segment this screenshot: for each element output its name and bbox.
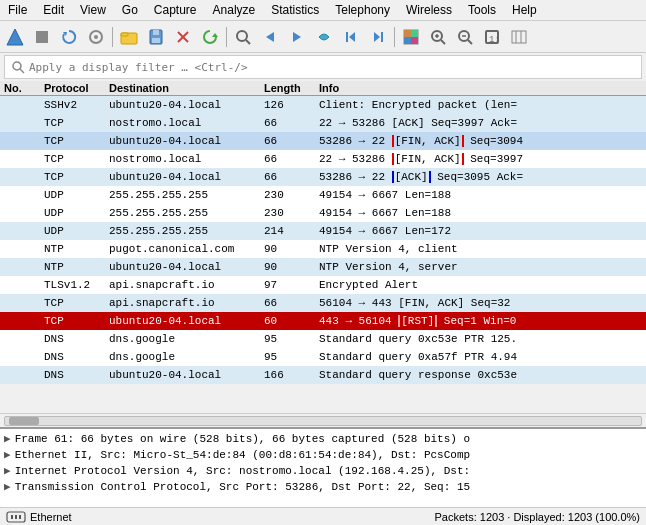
filter-icon — [11, 60, 25, 74]
table-row[interactable]: UDP 255.255.255.255 230 49154 → 6667 Len… — [0, 186, 646, 204]
table-row[interactable]: TCP api.snapcraft.io 66 56104 → 443 [FIN… — [0, 294, 646, 312]
stop-capture-button[interactable] — [29, 24, 55, 50]
zoom-out-button[interactable] — [452, 24, 478, 50]
detail-item[interactable]: ▶Internet Protocol Version 4, Src: nostr… — [4, 463, 642, 479]
menu-analyze[interactable]: Analyze — [209, 2, 260, 18]
cell-len: 90 — [260, 243, 315, 255]
menu-telephony[interactable]: Telephony — [331, 2, 394, 18]
menu-edit[interactable]: Edit — [39, 2, 68, 18]
table-row[interactable]: TCP ubuntu20-04.local 60 443 → 56104 [RS… — [0, 312, 646, 330]
detail-item[interactable]: ▶Ethernet II, Src: Micro-St_54:de:84 (00… — [4, 447, 642, 463]
col-header-info: Info — [315, 82, 646, 94]
cell-proto: TCP — [40, 117, 105, 129]
first-button[interactable] — [338, 24, 364, 50]
restart-capture-button[interactable] — [56, 24, 82, 50]
cell-proto: TCP — [40, 135, 105, 147]
col-header-no: No. — [0, 82, 40, 94]
filter-input[interactable] — [29, 61, 635, 74]
detail-item[interactable]: ▶Frame 61: 66 bytes on wire (528 bits), … — [4, 431, 642, 447]
svg-rect-25 — [411, 37, 418, 44]
ethernet-icon — [6, 510, 26, 524]
menu-wireless[interactable]: Wireless — [402, 2, 456, 18]
svg-rect-8 — [153, 30, 159, 35]
table-row[interactable]: TLSv1.2 api.snapcraft.io 97 Encrypted Al… — [0, 276, 646, 294]
cell-len: 66 — [260, 135, 315, 147]
resize-columns-button[interactable] — [506, 24, 532, 50]
colorize-button[interactable] — [398, 24, 424, 50]
zoom-in-button[interactable] — [425, 24, 451, 50]
cell-proto: UDP — [40, 207, 105, 219]
start-capture-button[interactable] — [2, 24, 28, 50]
menu-view[interactable]: View — [76, 2, 110, 18]
cell-info: Standard query response 0xc53e — [315, 369, 646, 381]
menu-tools[interactable]: Tools — [464, 2, 500, 18]
open-button[interactable] — [116, 24, 142, 50]
cell-dest: nostromo.local — [105, 117, 260, 129]
cell-dest: ubuntu20-04.local — [105, 171, 260, 183]
horizontal-scrollbar[interactable] — [0, 413, 646, 427]
separator3 — [394, 27, 395, 47]
table-row[interactable]: TCP nostromo.local 66 22 → 53286 [FIN, A… — [0, 150, 646, 168]
expand-icon: ▶ — [4, 447, 11, 463]
menu-go[interactable]: Go — [118, 2, 142, 18]
menu-capture[interactable]: Capture — [150, 2, 201, 18]
cell-len: 126 — [260, 99, 315, 111]
svg-rect-24 — [404, 37, 411, 44]
svg-point-4 — [94, 35, 98, 39]
table-row[interactable]: NTP pugot.canonical.com 90 NTP Version 4… — [0, 240, 646, 258]
expand-icon: ▶ — [4, 431, 11, 447]
table-row[interactable]: TCP nostromo.local 66 22 → 53286 [ACK] S… — [0, 114, 646, 132]
table-row[interactable]: DNS ubuntu20-04.local 166 Standard query… — [0, 366, 646, 384]
svg-marker-15 — [266, 32, 274, 42]
cell-proto: SSHv2 — [40, 99, 105, 111]
svg-rect-22 — [404, 30, 411, 37]
table-row[interactable]: DNS dns.google 95 Standard query 0xa57f … — [0, 348, 646, 366]
table-row[interactable]: NTP ubuntu20-04.local 90 NTP Version 4, … — [0, 258, 646, 276]
column-headers: No. Protocol Destination Length Info — [0, 81, 646, 96]
options-button[interactable] — [83, 24, 109, 50]
table-row[interactable]: DNS dns.google 95 Standard query 0xc53e … — [0, 330, 646, 348]
last-button[interactable] — [365, 24, 391, 50]
cell-info: Standard query 0xa57f PTR 4.94 — [315, 351, 646, 363]
svg-line-27 — [441, 40, 445, 44]
expand-icon: ▶ — [4, 463, 11, 479]
svg-line-39 — [20, 69, 24, 73]
cell-proto: TCP — [40, 171, 105, 183]
separator — [112, 27, 113, 47]
cell-info: 49154 → 6667 Len=188 — [315, 207, 646, 219]
find-button[interactable] — [230, 24, 256, 50]
cell-proto: UDP — [40, 189, 105, 201]
svg-rect-35 — [512, 31, 526, 43]
rows-container: SSHv2 ubuntu20-04.local 126 Client: Encr… — [0, 96, 646, 384]
table-row[interactable]: TCP ubuntu20-04.local 66 53286 → 22 [ACK… — [0, 168, 646, 186]
table-row[interactable]: UDP 255.255.255.255 230 49154 → 6667 Len… — [0, 204, 646, 222]
table-row[interactable]: UDP 255.255.255.255 214 49154 → 6667 Len… — [0, 222, 646, 240]
svg-line-14 — [246, 40, 250, 44]
cell-info: 22 → 53286 [ACK] Seq=3997 Ack= — [315, 117, 646, 129]
svg-point-38 — [13, 62, 21, 70]
col-header-dest: Destination — [105, 82, 260, 94]
detail-panel: ▶Frame 61: 66 bytes on wire (528 bits), … — [0, 427, 646, 507]
close-button[interactable] — [170, 24, 196, 50]
menu-help[interactable]: Help — [508, 2, 541, 18]
menu-file[interactable]: File — [4, 2, 31, 18]
svg-rect-42 — [15, 515, 17, 519]
cell-info: 53286 → 22 [ACK] Seq=3095 Ack= — [315, 171, 646, 183]
table-row[interactable]: SSHv2 ubuntu20-04.local 126 Client: Encr… — [0, 96, 646, 114]
reload-button[interactable] — [197, 24, 223, 50]
cell-len: 166 — [260, 369, 315, 381]
detail-text: Internet Protocol Version 4, Src: nostro… — [15, 463, 470, 479]
save-button[interactable] — [143, 24, 169, 50]
cell-info: 53286 → 22 [FIN, ACK] Seq=3094 — [315, 135, 646, 147]
normal-size-button[interactable]: 1:1 — [479, 24, 505, 50]
cell-info: NTP Version 4, client — [315, 243, 646, 255]
cell-proto: TCP — [40, 315, 105, 327]
detail-item[interactable]: ▶Transmission Control Protocol, Src Port… — [4, 479, 642, 495]
forward-button[interactable] — [284, 24, 310, 50]
jump-button[interactable] — [311, 24, 337, 50]
cell-len: 230 — [260, 207, 315, 219]
svg-rect-41 — [11, 515, 13, 519]
back-button[interactable] — [257, 24, 283, 50]
menu-statistics[interactable]: Statistics — [267, 2, 323, 18]
table-row[interactable]: TCP ubuntu20-04.local 66 53286 → 22 [FIN… — [0, 132, 646, 150]
